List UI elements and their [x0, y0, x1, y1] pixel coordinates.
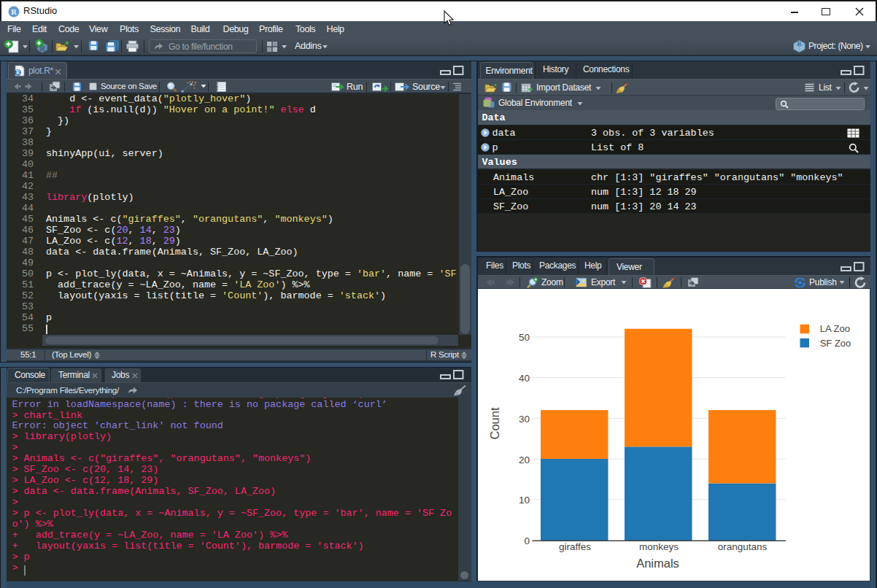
svg-text:Count: Count	[488, 407, 501, 439]
svg-text:50: 50	[519, 332, 530, 343]
svg-text:giraffes: giraffes	[559, 541, 591, 552]
svg-text:R: R	[16, 69, 20, 76]
svg-text:SF Zoo: SF Zoo	[820, 337, 851, 348]
svg-text:30: 30	[519, 413, 530, 424]
svg-text:R: R	[797, 41, 802, 47]
svg-text:10: 10	[519, 495, 530, 506]
svg-text:R: R	[11, 8, 17, 16]
svg-text:monkeys: monkeys	[639, 541, 679, 552]
svg-text:orangutans: orangutans	[718, 541, 768, 552]
svg-text:20: 20	[519, 454, 530, 465]
svg-text:0: 0	[524, 535, 530, 546]
svg-text:Animals: Animals	[636, 556, 679, 569]
svg-text:40: 40	[519, 373, 530, 384]
svg-text:LA Zoo: LA Zoo	[820, 323, 850, 334]
